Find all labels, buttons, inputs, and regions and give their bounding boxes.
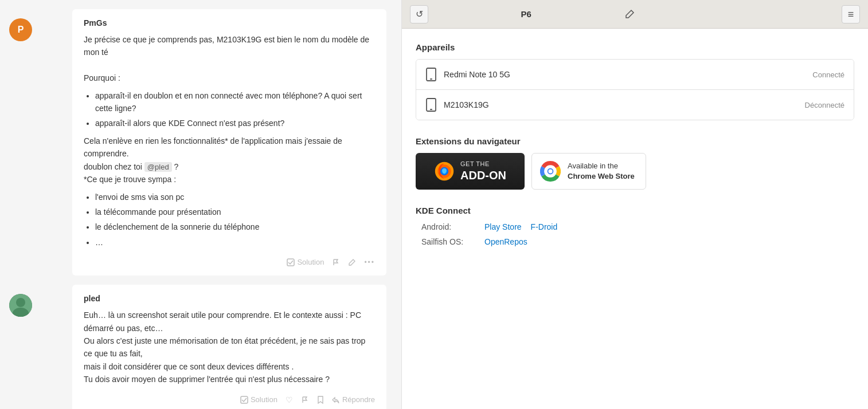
post1-edit-btn[interactable] — [348, 258, 356, 266]
kde-sailfish-links: OpenRepos — [484, 237, 527, 246]
forum-area: P PmGs Je précise ce que je comprends pa… — [0, 0, 401, 409]
solution-checkbox[interactable]: Solution — [287, 258, 324, 266]
panel-title: P6 — [428, 9, 624, 19]
post2-bookmark-btn[interactable] — [317, 396, 324, 404]
device-status-1: Déconnecté — [805, 101, 844, 109]
kde-android-links: Play Store F-Droid — [484, 222, 557, 231]
post1-username: PmGs — [84, 18, 375, 27]
check-icon — [287, 258, 295, 266]
post2-username: pled — [84, 294, 375, 303]
device-icon-1 — [425, 98, 437, 112]
firefox-addon-button[interactable]: GET THE ADD-ON — [416, 153, 525, 190]
play-store-link[interactable]: Play Store — [484, 222, 522, 231]
svg-point-16 — [548, 169, 552, 173]
post2-like-btn[interactable]: ♡ — [286, 395, 293, 404]
post1-flag-btn[interactable] — [332, 258, 340, 266]
post1-card: PmGs Je précise ce que je comprends pas,… — [72, 9, 386, 276]
avatar-pled-img — [9, 294, 32, 317]
post2-content: Euh… là un screenshot serait utile pour … — [84, 309, 375, 386]
post2-actions: Solution ♡ Répondre — [84, 395, 375, 404]
chrome-store-button[interactable]: Available in the Chrome Web Store — [531, 153, 646, 190]
chrome-logo — [540, 161, 561, 182]
firefox-add-on: ADD-ON — [460, 168, 506, 182]
svg-rect-8 — [430, 109, 432, 110]
post2-reply-btn[interactable]: Répondre — [332, 395, 375, 404]
post1-actions: Solution ••• — [84, 258, 375, 266]
avatar-pled — [9, 294, 32, 317]
extensions-buttons: GET THE ADD-ON — [416, 153, 854, 190]
right-panel: ↺ P6 ≡ Appareils Re — [401, 0, 868, 409]
solution2-checkbox[interactable]: Solution — [240, 395, 277, 404]
panel-edit-icon[interactable] — [624, 9, 635, 19]
post1-wrapper: P PmGs Je précise ce que je comprends pa… — [38, 9, 392, 276]
flag-icon — [332, 258, 340, 266]
svg-rect-0 — [287, 259, 294, 266]
post1-more-btn[interactable]: ••• — [364, 258, 375, 266]
avatar-pmgs: P — [9, 18, 32, 41]
kde-sailfish-row: Sailfish OS: OpenRepos — [421, 237, 854, 246]
firefox-get-the: GET THE — [460, 160, 506, 168]
kde-sailfish-label: Sailfish OS: — [421, 237, 484, 246]
post2-wrapper: pled Euh… là un screenshot serait utile … — [38, 285, 392, 409]
kde-title: KDE Connect — [416, 206, 854, 215]
device-icon-0 — [425, 68, 437, 81]
menu-button[interactable]: ≡ — [842, 5, 860, 23]
svg-rect-4 — [241, 396, 248, 403]
appareils-title: Appareils — [416, 42, 854, 52]
reply-icon — [332, 396, 340, 403]
edit-icon — [348, 258, 356, 266]
svg-point-2 — [16, 298, 25, 307]
kde-section: KDE Connect Android: Play Store F-Droid … — [416, 206, 854, 246]
device-status-0: Connecté — [812, 70, 844, 79]
kde-android-row: Android: Play Store F-Droid — [421, 222, 854, 231]
svg-rect-6 — [430, 78, 432, 80]
kde-table: Android: Play Store F-Droid Sailfish OS:… — [421, 222, 854, 246]
extensions-section: Extensions du navigateur — [416, 136, 854, 190]
openrepos-link[interactable]: OpenRepos — [484, 237, 527, 246]
flag-icon2 — [301, 396, 309, 404]
post1-content: Je précise ce que je comprends pas, M210… — [84, 33, 375, 249]
firefox-logo — [434, 161, 455, 182]
post2-card: pled Euh… là un screenshot serait utile … — [72, 285, 386, 409]
device-list: Redmi Note 10 5G Connecté M2103K19G Déco… — [416, 59, 854, 120]
panel-header: ↺ P6 ≡ — [402, 0, 868, 29]
mention-pled: @pled — [144, 162, 172, 172]
chrome-line1: Available in the — [568, 161, 635, 171]
bookmark-icon — [317, 396, 324, 404]
device-name-1: M2103K19G — [444, 100, 805, 109]
refresh-button[interactable]: ↺ — [410, 5, 428, 23]
device-name-0: Redmi Note 10 5G — [444, 70, 812, 79]
panel-body: Appareils Redmi Note 10 5G Connecté — [402, 29, 868, 272]
device-item-1: M2103K19G Déconnecté — [416, 90, 854, 120]
fdroid-link[interactable]: F-Droid — [531, 222, 558, 231]
post2-flag-btn[interactable] — [301, 396, 309, 404]
chrome-line2: Chrome Web Store — [568, 171, 635, 182]
kde-android-label: Android: — [421, 222, 484, 231]
check-icon2 — [240, 396, 248, 404]
extensions-title: Extensions du navigateur — [416, 136, 854, 146]
device-item-0: Redmi Note 10 5G Connecté — [416, 60, 854, 90]
